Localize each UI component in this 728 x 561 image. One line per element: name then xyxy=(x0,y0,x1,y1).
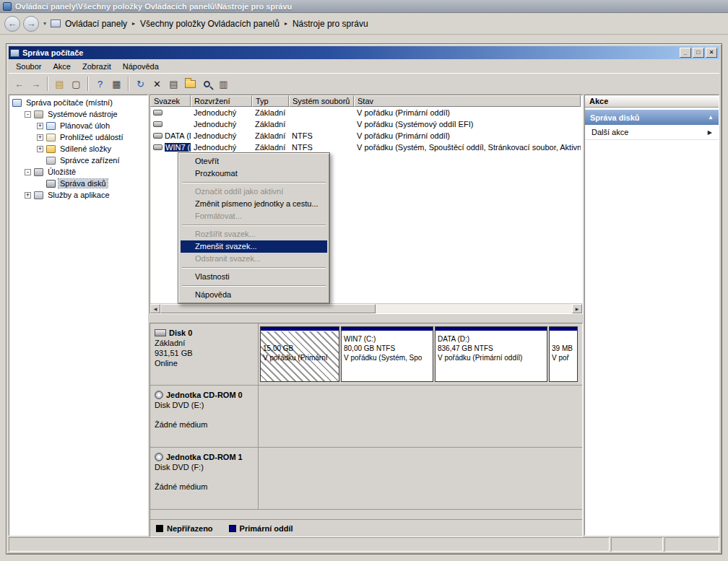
cdrom-icon xyxy=(155,391,163,399)
menu-zobrazit[interactable]: Zobrazit xyxy=(77,61,117,72)
tree-item[interactable]: Správce zařízení xyxy=(9,155,147,166)
status-segment xyxy=(664,537,719,552)
scroll-right-icon[interactable]: ▶ xyxy=(572,304,582,313)
more-actions-label: Další akce xyxy=(592,128,628,136)
menu-separator xyxy=(181,222,327,228)
expand-icon[interactable]: + xyxy=(37,146,43,152)
explorer-titlebar[interactable]: Ovládací panely\Všechny položky Ovládací… xyxy=(0,0,728,13)
column-header[interactable]: Typ xyxy=(252,95,289,107)
scroll-left-icon[interactable]: ◀ xyxy=(150,304,160,313)
menu-soubor[interactable]: Soubor xyxy=(10,61,47,72)
expand-icon[interactable]: + xyxy=(37,134,43,141)
collapse-icon[interactable]: - xyxy=(25,169,31,175)
partition[interactable]: DATA (D:)836,47 GB NTFSV pořádku (Primár… xyxy=(435,326,547,382)
search-icon[interactable] xyxy=(199,76,215,92)
volume-name-cell xyxy=(150,121,191,127)
tree-item[interactable]: Správa počítače (místní) xyxy=(9,97,147,108)
disk-header-card[interactable]: Jednotka CD-ROM 1Disk DVD (F:)Žádné médi… xyxy=(150,448,259,509)
legend-item: Primární oddíl xyxy=(229,524,293,533)
column-header[interactable]: Stav xyxy=(354,95,581,107)
disk-row: Jednotka CD-ROM 1Disk DVD (F:)Žádné médi… xyxy=(150,448,582,510)
back-icon[interactable]: ← xyxy=(11,76,27,92)
disk-management-section-header[interactable]: Správa disků ▲ xyxy=(585,110,719,125)
folder-glyph xyxy=(185,80,196,88)
partition-strip xyxy=(259,448,582,509)
disk-header-card[interactable]: Jednotka CD-ROM 0Disk DVD (E:)Žádné médi… xyxy=(150,386,259,447)
console-root-icon[interactable]: ▥ xyxy=(215,76,232,92)
collapse-section-icon[interactable]: ▲ xyxy=(708,114,714,121)
console-tree-pane: Správa počítače (místní)-Systémové nástr… xyxy=(9,95,148,536)
refresh-icon[interactable]: ↻ xyxy=(132,76,149,92)
tree-item[interactable]: -Úložiště xyxy=(9,166,147,178)
breadcrumb-item[interactable]: Nástroje pro správu xyxy=(292,19,368,29)
collapse-icon[interactable]: - xyxy=(25,111,31,118)
partition[interactable]: 39 MBV poř xyxy=(549,326,578,382)
context-menu-item[interactable]: Otevřít xyxy=(181,155,327,168)
context-menu-item[interactable]: Změnit písmeno jednotky a cestu... xyxy=(181,198,327,210)
horizontal-scrollbar[interactable]: ◀ ▶ xyxy=(150,303,582,313)
menu-akce[interactable]: Akce xyxy=(47,61,76,72)
delete-icon[interactable]: ✕ xyxy=(149,76,165,92)
volume-type-cell: Základní xyxy=(252,120,289,129)
close-button[interactable]: ✕ xyxy=(706,48,717,58)
minimize-button[interactable]: _ xyxy=(680,48,691,58)
table-row[interactable]: JednoduchýZákladníV pořádku (Systémový o… xyxy=(150,118,582,130)
tree-item[interactable]: -Systémové nástroje xyxy=(9,108,147,120)
show-window-icon[interactable]: ▢ xyxy=(68,76,84,92)
tree-item[interactable]: +Plánovač úloh xyxy=(9,120,147,131)
console-tree-icon[interactable]: ▦ xyxy=(108,76,125,92)
column-header[interactable]: Systém souborů xyxy=(289,95,354,107)
table-row[interactable]: JednoduchýZákladníV pořádku (Primární od… xyxy=(150,107,582,118)
disk-header-card[interactable]: Disk 0Základní931,51 GBOnline xyxy=(150,323,259,385)
open-folder-icon[interactable] xyxy=(182,76,199,92)
breadcrumb-item[interactable]: Ovládací panely xyxy=(65,19,127,29)
export-list-icon[interactable]: ▤ xyxy=(51,76,68,92)
shared-folders-icon xyxy=(46,145,56,153)
volume-name-cell: WIN7 (C:) xyxy=(150,143,191,152)
partition-label xyxy=(263,334,337,344)
volume-layout-cell: Jednoduchý xyxy=(191,131,252,140)
disk-graphical-view: Disk 0Základní931,51 GBOnline 15,00 GBV … xyxy=(150,323,583,537)
tree-item-label: Systémové nástroje xyxy=(46,110,119,118)
column-header[interactable]: Svazek xyxy=(150,95,191,107)
forward-button[interactable]: → xyxy=(23,16,39,32)
table-row[interactable]: DATA (D:)JednoduchýZákladníNTFSV pořádku… xyxy=(150,130,582,142)
more-actions-item[interactable]: Další akce ▶ xyxy=(585,125,719,140)
context-menu-item[interactable]: Vlastnosti xyxy=(181,271,327,283)
context-menu-item[interactable]: Prozkoumat xyxy=(181,168,327,180)
breadcrumb-item[interactable]: Všechny položky Ovládacích panelů xyxy=(140,19,280,29)
volume-fs-cell: NTFS xyxy=(289,131,354,140)
help-icon[interactable]: ? xyxy=(92,76,108,92)
volume-status-cell: V pořádku (Primární oddíl) xyxy=(354,131,581,140)
scrollbar-thumb[interactable] xyxy=(160,304,376,313)
table-row[interactable]: WIN7 (C:)JednoduchýZákladníNTFSV pořádku… xyxy=(150,142,582,153)
back-button[interactable]: ← xyxy=(4,16,20,32)
recent-locations-chevron-icon[interactable]: ▾ xyxy=(43,20,46,27)
tree-item[interactable]: +Prohlížeč událostí xyxy=(9,131,147,143)
maximize-button[interactable]: □ xyxy=(693,48,704,58)
actions-pane: Akce Správa disků ▲ Další akce ▶ xyxy=(584,95,719,536)
tree-item[interactable]: +Služby a aplikace xyxy=(9,189,147,201)
expand-icon[interactable]: + xyxy=(25,192,31,199)
tree-item[interactable]: Správa disků xyxy=(9,178,147,189)
toolbar-separator xyxy=(87,77,89,91)
toolbar: ←→▤▢?▦↻✕▤▥ xyxy=(9,73,719,95)
desktop: Ovládací panely\Všechny položky Ovládací… xyxy=(0,0,728,561)
context-menu-item[interactable]: Nápověda xyxy=(181,289,327,301)
column-header[interactable]: Rozvržení xyxy=(191,95,252,107)
volume-layout-cell: Jednoduchý xyxy=(191,143,252,152)
properties-icon[interactable]: ▤ xyxy=(165,76,182,92)
forward-icon[interactable]: → xyxy=(27,76,44,92)
partition-status: V pořádku (Primární xyxy=(263,353,337,362)
computer-management-icon xyxy=(10,49,20,57)
partition[interactable]: 15,00 GBV pořádku (Primární xyxy=(260,326,339,382)
partition[interactable]: WIN7 (C:)80,00 GB NTFSV pořádku (Systém,… xyxy=(341,326,433,382)
tree-item[interactable]: +Sdílené složky xyxy=(9,143,147,155)
menu-nápověda[interactable]: Nápověda xyxy=(117,61,165,72)
computer-icon xyxy=(12,99,22,107)
volume-icon xyxy=(153,121,162,127)
expand-icon[interactable]: + xyxy=(37,123,43,129)
context-menu-item[interactable]: Zmenšit svazek... xyxy=(181,240,327,253)
window-titlebar[interactable]: Správa počítače _□✕ xyxy=(9,46,719,59)
disk-status: Online xyxy=(155,358,254,368)
